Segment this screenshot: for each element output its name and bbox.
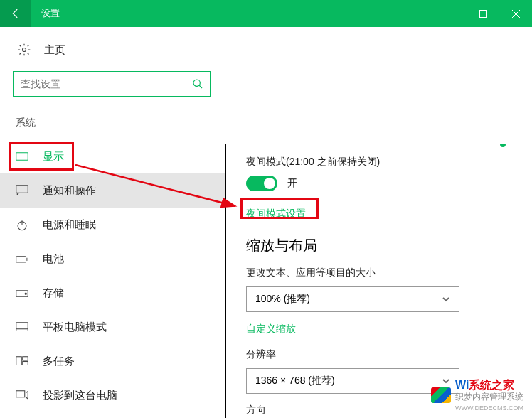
tablet-icon [16, 321, 28, 333]
sidebar: 主页 系统 显示 通知和操作 电源和睡眠 电池 存储 [0, 27, 226, 418]
watermark: Wi系统之家 织梦内容管理系统 WWW.DEDECMS.COM [431, 378, 523, 412]
svg-point-8 [25, 293, 26, 294]
sidebar-item-battery[interactable]: 电池 [0, 242, 226, 276]
gear-icon [17, 43, 31, 57]
sidebar-item-multitask[interactable]: 多任务 [0, 344, 226, 378]
svg-rect-0 [479, 10, 486, 17]
storage-icon [16, 287, 28, 299]
sidebar-item-label: 平板电脑模式 [43, 321, 107, 334]
sidebar-item-storage[interactable]: 存储 [0, 276, 226, 310]
sidebar-item-label: 投影到这台电脑 [43, 389, 117, 402]
sidebar-item-label: 显示 [43, 150, 64, 164]
window-title: 设置 [41, 7, 434, 20]
svg-rect-13 [16, 390, 25, 397]
night-mode-label: 夜间模式(21:00 之前保持关闭) [246, 156, 504, 168]
search-icon [192, 78, 203, 90]
main-panel: 显示 亮度和颜色 更改亮度 夜间模式(21:00 之前保持关闭) 开 夜间模式设… [225, 144, 532, 418]
close-button[interactable] [499, 0, 532, 27]
sidebar-item-label: 存储 [43, 286, 64, 300]
sidebar-item-project[interactable]: 投影到这台电脑 [0, 378, 226, 412]
resolution-label: 分辨率 [246, 348, 504, 361]
scale-select[interactable]: 100% (推荐) [246, 286, 459, 312]
section-scale: 缩放与布局 [246, 236, 504, 255]
chat-icon [16, 185, 28, 196]
resolution-select[interactable]: 1366 × 768 (推荐) [246, 368, 459, 394]
svg-rect-4 [16, 186, 28, 193]
multitask-icon [16, 355, 28, 367]
power-icon [16, 219, 28, 230]
sidebar-group-label: 系统 [0, 117, 226, 139]
resolution-value: 1366 × 768 (推荐) [255, 375, 335, 387]
monitor-icon [16, 151, 28, 162]
custom-scale-link[interactable]: 自定义缩放 [246, 323, 296, 336]
sidebar-item-label: 电池 [43, 252, 64, 266]
search-wrap [13, 71, 211, 97]
watermark-logo-icon [431, 387, 451, 403]
chevron-down-icon [442, 295, 450, 304]
svg-rect-3 [16, 153, 28, 161]
svg-rect-10 [16, 356, 22, 365]
toggle-state: 开 [287, 177, 297, 190]
minimize-button[interactable] [434, 0, 467, 27]
sidebar-item-notifications[interactable]: 通知和操作 [0, 173, 226, 208]
slider-thumb[interactable] [500, 144, 506, 147]
svg-point-2 [193, 80, 200, 86]
home-link[interactable]: 主页 [0, 43, 226, 71]
sidebar-item-label: 通知和操作 [43, 184, 96, 198]
maximize-button[interactable] [467, 0, 499, 27]
sidebar-item-display[interactable]: 显示 [0, 139, 226, 173]
svg-rect-12 [23, 361, 28, 365]
svg-rect-11 [23, 356, 28, 360]
titlebar: 设置 [0, 0, 532, 27]
battery-icon [16, 253, 28, 264]
night-mode-toggle[interactable] [246, 176, 277, 191]
scale-label: 更改文本、应用等项目的大小 [246, 267, 504, 279]
night-mode-settings-link[interactable]: 夜间模式设置 [246, 208, 306, 220]
scale-value: 100% (推荐) [255, 293, 310, 306]
svg-point-1 [23, 48, 26, 52]
project-icon [16, 390, 28, 401]
svg-rect-6 [16, 257, 26, 262]
home-label: 主页 [44, 43, 65, 57]
sidebar-item-tablet[interactable]: 平板电脑模式 [0, 310, 226, 344]
window-controls [434, 0, 532, 27]
sidebar-item-label: 多任务 [43, 355, 75, 368]
back-button[interactable] [0, 0, 31, 27]
svg-rect-9 [16, 322, 28, 331]
sidebar-item-label: 电源和睡眠 [43, 218, 96, 232]
sidebar-item-power[interactable]: 电源和睡眠 [0, 208, 226, 242]
search-input[interactable] [13, 71, 211, 97]
